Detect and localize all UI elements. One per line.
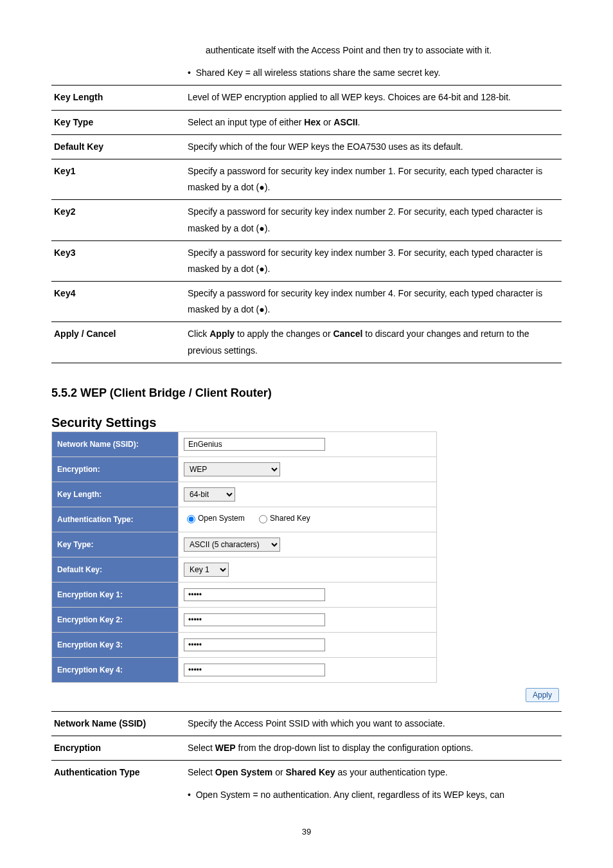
open-system-radio-label[interactable]: Open System (184, 513, 245, 523)
auth-continuation-desc: authenticate itself with the Access Poin… (185, 39, 562, 86)
key-type-field-cell: ASCII (5 characters) (179, 532, 437, 557)
apply-cancel-label: Apply / Cancel (51, 322, 185, 363)
page-number: 39 (51, 827, 562, 836)
key-type-select[interactable]: ASCII (5 characters) (184, 538, 280, 552)
enc-key3-input[interactable] (184, 638, 325, 651)
enc-key3-cell (179, 632, 437, 657)
enc-key2-label: Encryption Key 2: (52, 607, 179, 632)
auth-open-bullet: • Open System = no authentication. Any c… (188, 787, 559, 803)
encryption-select[interactable]: WEP (184, 462, 280, 476)
auth-type-def-label: Authentication Type (51, 761, 185, 808)
key4-label: Key4 (51, 282, 185, 322)
key2-desc: Specify a password for security key inde… (185, 200, 562, 240)
enc-key1-label: Encryption Key 1: (52, 582, 179, 607)
enc-key4-cell (179, 657, 437, 682)
default-key-field-label: Default Key: (52, 557, 179, 582)
ssid-field-cell (179, 431, 437, 457)
top-definition-table: authenticate itself with the Access Poin… (51, 39, 562, 363)
shared-key-bullet: • Shared Key = all wireless stations sha… (188, 65, 559, 81)
section-heading: 5.5.2 WEP (Client Bridge / Client Router… (51, 386, 562, 400)
key-type-desc: Select an input type of either Hex or AS… (185, 110, 562, 134)
key3-desc: Specify a password for security key inde… (185, 240, 562, 281)
default-key-label: Default Key (51, 134, 185, 159)
encryption-def-desc: Select WEP from the drop-down list to di… (185, 736, 562, 761)
encryption-field-cell: WEP (179, 457, 437, 482)
shared-key-radio[interactable] (259, 515, 267, 523)
enc-key3-label: Encryption Key 3: (52, 632, 179, 657)
key-length-select[interactable]: 64-bit (184, 487, 235, 502)
auth-type-field-label: Authentication Type: (52, 507, 179, 532)
enc-key4-label: Encryption Key 4: (52, 657, 179, 682)
auth-type-def-desc: Select Open System or Shared Key as your… (185, 761, 562, 808)
empty-cell (51, 39, 185, 86)
encryption-field-label: Encryption: (52, 457, 179, 482)
key1-desc: Specify a password for security key inde… (185, 159, 562, 199)
key-type-field-label: Key Type: (52, 532, 179, 557)
default-key-select[interactable]: Key 1 (184, 563, 229, 577)
enc-key2-cell (179, 607, 437, 632)
ssid-field-label: Network Name (SSID): (52, 431, 179, 457)
shared-key-radio-label[interactable]: Shared Key (256, 513, 310, 523)
key-length-field-cell: 64-bit (179, 482, 437, 507)
key4-desc: Specify a password for security key inde… (185, 282, 562, 322)
apply-cancel-desc: Click Apply to apply the changes or Canc… (185, 322, 562, 363)
key-length-desc: Level of WEP encryption applied to all W… (185, 86, 562, 110)
key1-label: Key1 (51, 159, 185, 199)
ssid-def-desc: Specify the Access Point SSID with which… (185, 711, 562, 736)
ssid-def-label: Network Name (SSID) (51, 711, 185, 736)
enc-key1-cell (179, 582, 437, 607)
auth-line: authenticate itself with the Access Poin… (188, 42, 559, 59)
default-key-desc: Specify which of the four WEP keys the E… (185, 134, 562, 159)
auth-type-field-cell: Open System Shared Key (179, 507, 437, 532)
security-settings-heading: Security Settings (51, 415, 562, 430)
key-length-field-label: Key Length: (52, 482, 179, 507)
enc-key4-input[interactable] (184, 664, 325, 676)
ssid-input[interactable] (184, 438, 325, 451)
key3-label: Key3 (51, 240, 185, 281)
encryption-def-label: Encryption (51, 736, 185, 761)
apply-button-row: Apply (51, 688, 559, 702)
key-type-label: Key Type (51, 110, 185, 134)
bottom-definition-table: Network Name (SSID) Specify the Access P… (51, 711, 562, 808)
key-length-label: Key Length (51, 86, 185, 110)
enc-key1-input[interactable] (184, 588, 325, 601)
security-settings-form: Network Name (SSID): Encryption: WEP Key… (51, 431, 437, 683)
key2-label: Key2 (51, 200, 185, 240)
enc-key2-input[interactable] (184, 613, 325, 626)
apply-button[interactable]: Apply (526, 688, 559, 702)
open-system-radio[interactable] (187, 515, 195, 523)
default-key-field-cell: Key 1 (179, 557, 437, 582)
